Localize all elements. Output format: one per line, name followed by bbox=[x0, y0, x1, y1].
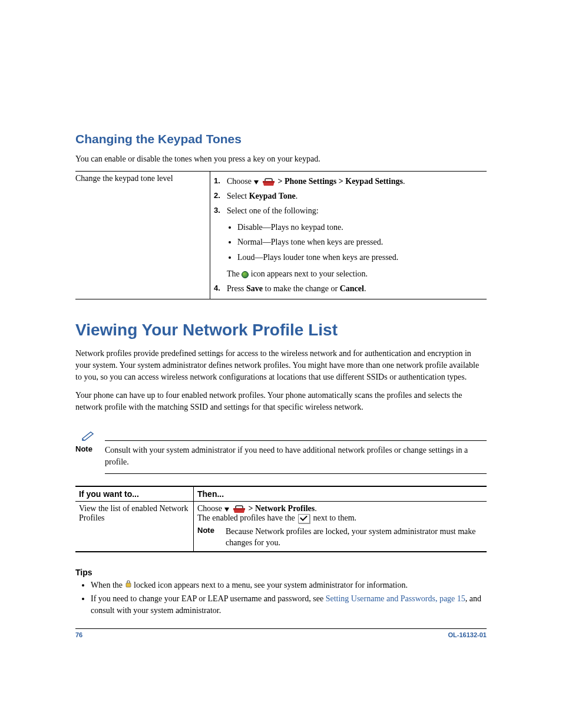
settings-toolbox-icon bbox=[262, 177, 278, 186]
svg-rect-2 bbox=[126, 583, 131, 587]
page-number: 76 bbox=[75, 631, 82, 638]
table-header-if: If you want to... bbox=[75, 486, 194, 502]
note-label: Note bbox=[75, 444, 105, 453]
tips-heading: Tips bbox=[75, 568, 487, 577]
network-profiles-p2: Your phone can have up to four enabled n… bbox=[75, 390, 487, 414]
link-setting-username-passwords[interactable]: Setting Username and Passwords, page 15 bbox=[326, 594, 465, 603]
section-heading-keypad-tones: Changing the Keypad Tones bbox=[75, 132, 487, 146]
note-body: Consult with your system administrator i… bbox=[105, 444, 487, 469]
svg-rect-0 bbox=[263, 181, 275, 183]
selection-dot-icon bbox=[242, 271, 249, 278]
table-cell-action: Choose > Network Profiles. The enabled p… bbox=[194, 501, 487, 551]
svg-rect-1 bbox=[233, 508, 245, 510]
step-4: 4. Press Save to make the change or Canc… bbox=[214, 282, 483, 296]
down-arrow-icon bbox=[254, 178, 260, 186]
note-block: Note Consult with your system administra… bbox=[75, 425, 487, 474]
procedure-table-keypad: Change the keypad tone level 1. Choose bbox=[75, 171, 487, 299]
bullet-loud: Loud—Plays louder tone when keys are pre… bbox=[237, 251, 483, 265]
section-heading-network-profiles: Viewing Your Network Profile List bbox=[75, 321, 487, 340]
inner-note-label: Note bbox=[197, 526, 226, 535]
note-pencil-icon bbox=[81, 431, 95, 442]
settings-toolbox-icon bbox=[232, 504, 249, 513]
selection-indicator-note: The icon appears next to your selection. bbox=[227, 267, 483, 281]
intro-paragraph: You can enable or disable the tones when… bbox=[75, 153, 487, 165]
inner-note-body: Because Network profiles are locked, you… bbox=[226, 526, 483, 549]
step-3: 3. Select one of the following: bbox=[214, 204, 483, 218]
step-1: 1. Choose > Phone Settings > Keypad Sett… bbox=[214, 174, 483, 189]
enabled-checkmark-icon bbox=[298, 514, 310, 523]
network-profiles-p1: Network profiles provide predefined sett… bbox=[75, 348, 487, 384]
page-footer: 76 OL-16132-01 bbox=[75, 628, 487, 638]
step-2: 2. Select Keypad Tone. bbox=[214, 189, 483, 203]
lock-icon bbox=[125, 579, 132, 591]
bullet-normal: Normal—Plays tone when keys are pressed. bbox=[237, 235, 483, 249]
tip-1: When the locked icon appears next to a m… bbox=[91, 579, 487, 592]
tip-2: If you need to change your EAP or LEAP u… bbox=[91, 593, 487, 617]
document-id: OL-16132-01 bbox=[448, 631, 487, 638]
table-cell-task: View the list of enabled Network Profile… bbox=[75, 501, 194, 551]
procedure-row-label: Change the keypad tone level bbox=[75, 172, 210, 299]
network-profiles-table: If you want to... Then... View the list … bbox=[75, 486, 487, 552]
table-row: View the list of enabled Network Profile… bbox=[75, 501, 487, 551]
bullet-disable: Disable—Plays no keypad tone. bbox=[237, 220, 483, 235]
down-arrow-icon bbox=[224, 505, 230, 513]
table-header-then: Then... bbox=[194, 486, 487, 502]
